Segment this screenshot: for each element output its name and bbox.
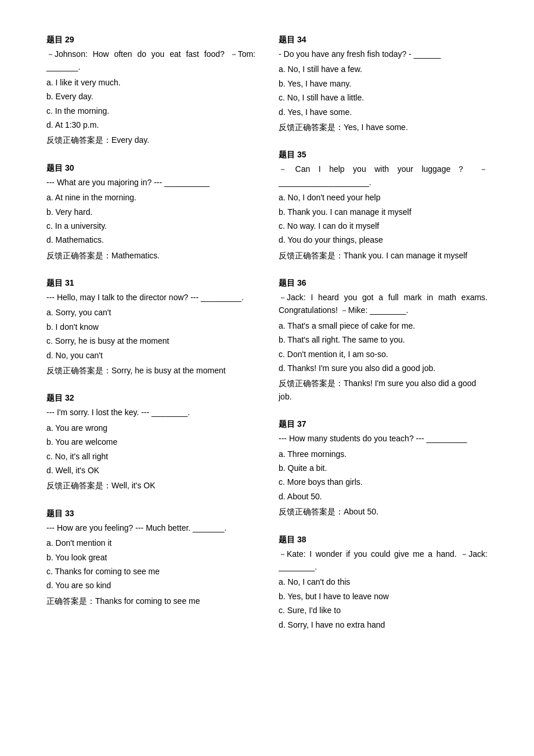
option-30-b: b. Very hard. [46,206,255,218]
answer-37: 反馈正确答案是：About 50. [279,505,488,518]
question-title-29: 题目 29 [46,35,255,45]
option-29-d: d. At 1:30 p.m. [46,118,255,131]
option-31-c: c. Sorry, he is busy at the moment [46,334,255,347]
question-title-30: 题目 30 [46,163,255,174]
question-block-33: 题目 33 --- How are you feeling? --- Much … [46,509,255,607]
question-block-31: 题目 31 --- Hello, may I talk to the direc… [46,278,255,377]
option-31-b: b. I don't know [46,321,255,333]
option-37-a: a. Three mornings. [279,448,488,460]
answer-29: 反馈正确答案是：Every day. [46,134,255,146]
question-block-30: 题目 30 --- What are you majoring in? --- … [46,163,255,262]
option-35-d: d. You do your things, please [279,233,488,246]
question-text-37: --- How many students do you teach? --- … [279,432,488,445]
option-33-d: d. You are so kind [46,579,255,592]
question-text-30: --- What are you majoring in? --- ______… [46,176,255,189]
right-column: 题目 34 - Do you have any fresh fish today… [279,35,488,647]
option-29-b: b. Every day. [46,90,255,103]
answer-30: 反馈正确答案是：Mathematics. [46,249,255,262]
question-block-34: 题目 34 - Do you have any fresh fish today… [279,35,488,134]
left-column: 题目 29 －Johnson: How often do you eat fas… [46,35,255,647]
option-34-b: b. Yes, I have many. [279,77,488,90]
main-content: 题目 29 －Johnson: How often do you eat fas… [46,35,488,647]
option-32-c: c. No, it's all right [46,450,255,463]
question-title-37: 题目 37 [279,419,488,430]
answer-33: 正确答案是：Thanks for coming to see me [46,595,255,607]
answer-32: 反馈正确答案是：Well, it's OK [46,479,255,492]
option-32-b: b. You are welcome [46,435,255,448]
option-33-b: b. You look great [46,551,255,564]
answer-34: 反馈正确答案是：Yes, I have some. [279,121,488,134]
question-text-34: - Do you have any fresh fish today? - __… [279,48,488,60]
option-34-d: d. Yes, I have some. [279,106,488,118]
option-30-d: d. Mathematics. [46,233,255,246]
option-35-a: a. No, I don't need your help [279,191,488,204]
question-title-34: 题目 34 [279,35,488,45]
answer-36: 反馈正确答案是：Thanks! I'm sure you also did a … [279,377,488,403]
question-title-36: 题目 36 [279,278,488,289]
option-36-c: c. Don't mention it, I am so-so. [279,348,488,361]
question-text-32: --- I'm sorry. I lost the key. --- _____… [46,406,255,419]
option-38-a: a. No, I can't do this [279,575,488,588]
question-block-32: 题目 32 --- I'm sorry. I lost the key. ---… [46,393,255,492]
option-32-d: d. Well, it's OK [46,464,255,477]
question-text-35: － Can I help you with your luggage？ － __… [279,163,488,189]
question-text-33: --- How are you feeling? --- Much better… [46,521,255,534]
option-37-d: d. About 50. [279,490,488,503]
option-36-d: d. Thanks! I'm sure you also did a good … [279,362,488,375]
option-36-a: a. That's a small piece of cake for me. [279,319,488,332]
option-32-a: a. You are wrong [46,422,255,434]
option-35-b: b. Thank you. I can manage it myself [279,206,488,218]
question-text-31: --- Hello, may I talk to the director no… [46,291,255,304]
option-31-d: d. No, you can't [46,349,255,362]
answer-31: 反馈正确答案是：Sorry, he is busy at the moment [46,364,255,377]
option-35-c: c. No way. I can do it myself [279,219,488,232]
question-text-38: －Kate: I wonder if you could give me a h… [279,548,488,574]
question-block-37: 题目 37 --- How many students do you teach… [279,419,488,518]
option-34-c: c. No, I still have a little. [279,91,488,104]
option-38-c: c. Sure, I'd like to [279,604,488,617]
option-29-a: a. I like it very much. [46,76,255,89]
option-33-a: a. Don't mention it [46,537,255,549]
question-text-29: －Johnson: How often do you eat fast food… [46,48,255,74]
question-title-33: 题目 33 [46,509,255,519]
question-title-32: 题目 32 [46,393,255,404]
option-37-b: b. Quite a bit. [279,462,488,474]
option-34-a: a. No, I still have a few. [279,63,488,75]
option-33-c: c. Thanks for coming to see me [46,565,255,578]
option-37-c: c. More boys than girls. [279,476,488,488]
question-block-38: 题目 38 －Kate: I wonder if you could give … [279,535,488,631]
answer-35: 反馈正确答案是：Thank you. I can manage it mysel… [279,249,488,262]
question-block-35: 题目 35 － Can I help you with your luggage… [279,150,488,262]
option-29-c: c. In the morning. [46,105,255,117]
option-31-a: a. Sorry, you can't [46,306,255,319]
question-title-38: 题目 38 [279,535,488,545]
question-block-29: 题目 29 －Johnson: How often do you eat fas… [46,35,255,147]
option-38-d: d. Sorry, I have no extra hand [279,618,488,631]
option-30-a: a. At nine in the morning. [46,191,255,204]
question-title-31: 题目 31 [46,278,255,289]
question-block-36: 题目 36 －Jack: I heard you got a full mark… [279,278,488,403]
option-38-b: b. Yes, but I have to leave now [279,590,488,603]
option-36-b: b. That's all right. The same to you. [279,333,488,346]
question-text-36: －Jack: I heard you got a full mark in ma… [279,291,488,317]
question-title-35: 题目 35 [279,150,488,160]
option-30-c: c. In a university. [46,219,255,232]
